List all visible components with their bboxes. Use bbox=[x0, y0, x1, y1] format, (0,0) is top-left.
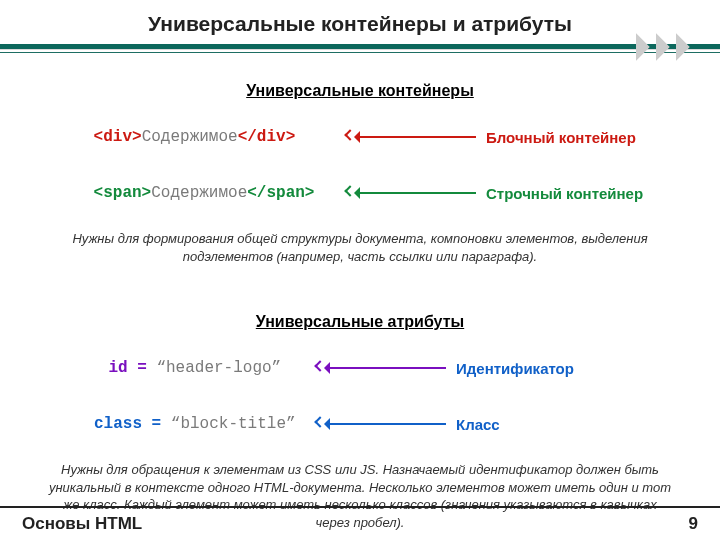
arrow-left-icon bbox=[356, 136, 476, 138]
attr-name: id = bbox=[108, 359, 156, 377]
arrow-left-icon bbox=[326, 367, 446, 369]
decorative-rule bbox=[0, 44, 720, 72]
attr-val: “block-title” bbox=[171, 415, 296, 433]
footer-text: Основы HTML bbox=[22, 514, 142, 534]
code-div: <div>Содержимое</div> bbox=[36, 110, 356, 164]
example-span-row: <span>Содержимое</span> Строчный контейн… bbox=[36, 166, 684, 220]
example-div-row: <div>Содержимое</div> Блочный контейнер bbox=[36, 110, 684, 164]
section2-heading: Универсальные атрибуты bbox=[36, 313, 684, 331]
example-class-row: class = “block-title” Класс bbox=[36, 397, 684, 451]
page-number: 9 bbox=[689, 514, 698, 534]
section1-heading: Универсальные контейнеры bbox=[36, 82, 684, 100]
label-block: Блочный контейнер bbox=[486, 129, 636, 146]
code-span: <span>Содержимое</span> bbox=[36, 166, 356, 220]
tag-open: <span> bbox=[94, 184, 152, 202]
tag-close: </span> bbox=[247, 184, 314, 202]
tag-close: </div> bbox=[238, 128, 296, 146]
slide-title-bar: Универсальные контейнеры и атрибуты bbox=[0, 0, 720, 36]
slide-content: Универсальные контейнеры <div>Содержимое… bbox=[0, 82, 720, 531]
code-content: Содержимое bbox=[151, 184, 247, 202]
label-id: Идентификатор bbox=[456, 360, 574, 377]
attr-val: “header-logo” bbox=[156, 359, 281, 377]
slide-title: Универсальные контейнеры и атрибуты bbox=[0, 12, 720, 36]
code-id: id = “header-logo” bbox=[36, 341, 296, 395]
example-id-row: id = “header-logo” Идентификатор bbox=[36, 341, 684, 395]
code-class: class = “block-title” bbox=[36, 397, 296, 451]
section1-note: Нужны для формирования общей структуры д… bbox=[48, 230, 672, 265]
arrow-left-icon bbox=[356, 192, 476, 194]
tag-open: <div> bbox=[94, 128, 142, 146]
label-inline: Строчный контейнер bbox=[486, 185, 643, 202]
label-class: Класс bbox=[456, 416, 500, 433]
arrow-left-icon bbox=[326, 423, 446, 425]
code-content: Содержимое bbox=[142, 128, 238, 146]
slide-footer: Основы HTML 9 bbox=[0, 506, 720, 540]
chevron-decoration bbox=[634, 32, 694, 62]
attr-name: class = bbox=[94, 415, 171, 433]
